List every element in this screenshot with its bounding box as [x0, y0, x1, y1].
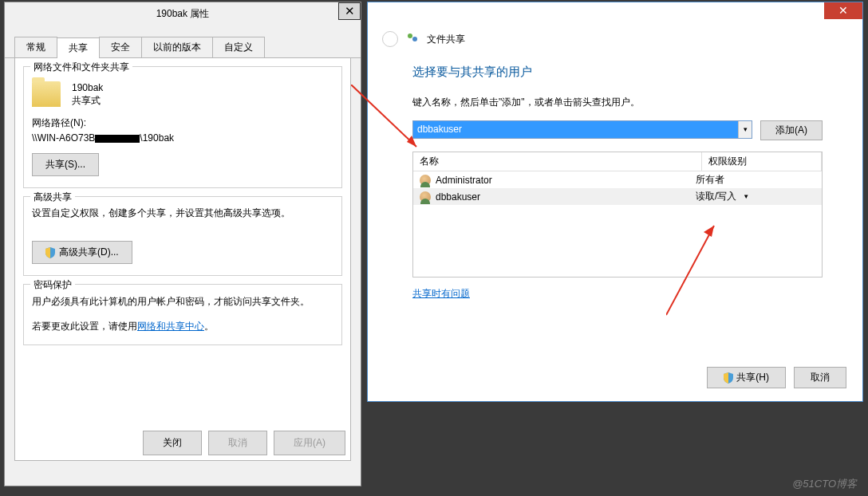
- tab-previous-versions[interactable]: 以前的版本: [141, 37, 213, 57]
- back-icon[interactable]: [382, 31, 398, 47]
- cancel-btn[interactable]: 取消: [208, 431, 267, 455]
- table-row[interactable]: dbbakuser 读取/写入▼: [413, 188, 822, 205]
- folder-icon: [32, 81, 61, 107]
- svg-point-1: [412, 37, 417, 41]
- advanced-share-description: 设置自定义权限，创建多个共享，并设置其他高级共享选项。: [32, 207, 333, 220]
- user-icon: [420, 175, 431, 186]
- share-icon: [406, 32, 419, 47]
- permission-level: 读取/写入: [696, 190, 736, 203]
- chevron-down-icon[interactable]: ▼: [743, 193, 749, 200]
- table-row[interactable]: Administrator 所有者: [413, 171, 822, 188]
- password-line1: 用户必须具有此计算机的用户帐户和密码，才能访问共享文件夹。: [32, 294, 333, 309]
- redacted-text: [95, 135, 140, 143]
- properties-dialog: 190bak 属性 ✕ 常规 共享 安全 以前的版本 自定义 网络文件和文件夹共…: [4, 2, 361, 486]
- permission-level: 所有者: [696, 173, 724, 187]
- advanced-share-group: 高级共享 设置自定义权限，创建多个共享，并设置其他高级共享选项。 高级共享(D)…: [23, 196, 342, 276]
- share-button[interactable]: 共享(S)...: [32, 153, 99, 176]
- table-header: 名称 权限级别: [413, 152, 822, 171]
- password-protect-group: 密码保护 用户必须具有此计算机的用户帐户和密码，才能访问共享文件夹。 若要更改此…: [23, 284, 342, 345]
- network-path-value: \\WIN-A6O73B\190bak: [32, 132, 333, 144]
- chevron-down-icon[interactable]: ▾: [738, 121, 752, 138]
- share-body: 选择要与其共享的用户 键入名称，然后单击"添加"，或者单击箭头查找用户。 dbb…: [368, 53, 862, 309]
- share-instruction: 键入名称，然后单击"添加"，或者单击箭头查找用户。: [412, 96, 823, 109]
- network-path-label: 网络路径(N):: [32, 116, 333, 130]
- advanced-share-title: 高级共享: [30, 191, 75, 204]
- watermark: @51CTO博客: [792, 477, 857, 491]
- tab-general[interactable]: 常规: [14, 37, 57, 57]
- advanced-share-button[interactable]: 高级共享(D)...: [32, 241, 132, 264]
- tab-customize[interactable]: 自定义: [212, 37, 265, 57]
- share-titlebar[interactable]: ✕: [368, 2, 862, 25]
- user-name: dbbakuser: [436, 191, 480, 203]
- close-button[interactable]: ✕: [338, 2, 361, 20]
- properties-title: 190bak 属性: [156, 8, 210, 19]
- password-protect-title: 密码保护: [30, 278, 75, 292]
- share-heading: 选择要与其共享的用户: [412, 65, 823, 80]
- properties-titlebar[interactable]: 190bak 属性 ✕: [5, 2, 361, 25]
- close-btn[interactable]: 关闭: [143, 431, 202, 455]
- shield-icon: [45, 247, 55, 258]
- user-input[interactable]: dbbakuser: [413, 121, 738, 138]
- footer-buttons: 关闭 取消 应用(A): [143, 431, 345, 455]
- column-name[interactable]: 名称: [413, 152, 702, 171]
- user-permissions-table: 名称 权限级别 Administrator 所有者 dbbakuser 读取/写…: [412, 152, 823, 278]
- tabs-bar: 常规 共享 安全 以前的版本 自定义: [5, 37, 361, 58]
- network-sharing-center-link[interactable]: 网络和共享中心: [137, 321, 204, 332]
- close-button[interactable]: ✕: [824, 2, 862, 19]
- share-header: 文件共享: [368, 25, 862, 53]
- tab-content: 网络文件和文件夹共享 190bak 共享式 网络路径(N): \\WIN-A6O…: [14, 58, 351, 461]
- tab-sharing[interactable]: 共享: [57, 37, 100, 58]
- apply-btn[interactable]: 应用(A): [274, 431, 345, 455]
- user-name: Administrator: [436, 175, 492, 186]
- svg-point-0: [408, 33, 412, 38]
- column-permission[interactable]: 权限级别: [702, 152, 822, 171]
- file-sharing-dialog: ✕ 文件共享 选择要与其共享的用户 键入名称，然后单击"添加"，或者单击箭头查找…: [367, 2, 863, 402]
- user-icon: [420, 191, 431, 203]
- share-submit-button[interactable]: 共享(H): [707, 367, 786, 388]
- shield-icon: [724, 372, 733, 384]
- network-share-group: 网络文件和文件夹共享 190bak 共享式 网络路径(N): \\WIN-A6O…: [23, 66, 342, 188]
- cancel-button[interactable]: 取消: [794, 367, 846, 388]
- share-footer: 共享(H) 取消: [707, 367, 846, 388]
- network-share-title: 网络文件和文件夹共享: [30, 61, 132, 74]
- password-line2: 若要更改此设置，请使用网络和共享中心。: [32, 320, 333, 333]
- share-header-title: 文件共享: [427, 33, 465, 46]
- sharing-problem-link[interactable]: 共享时有问题: [412, 288, 470, 299]
- user-combobox[interactable]: dbbakuser ▾: [412, 120, 752, 139]
- tab-security[interactable]: 安全: [99, 37, 142, 57]
- add-button[interactable]: 添加(A): [760, 120, 823, 140]
- share-status: 共享式: [72, 94, 103, 107]
- folder-name: 190bak: [72, 81, 103, 94]
